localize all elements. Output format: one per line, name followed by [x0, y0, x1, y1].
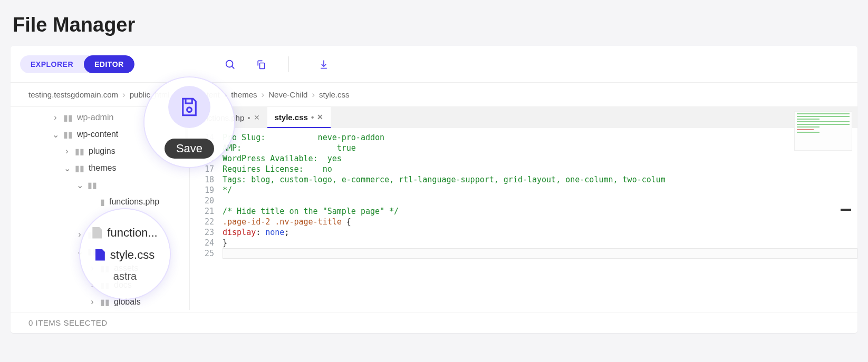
editor-tabs: functions.php • ✕ style.css • ✕ — [190, 107, 857, 128]
save-button[interactable] — [168, 86, 210, 128]
save-tooltip: Save — [165, 139, 214, 159]
callout-label: function... — [107, 226, 157, 240]
folder-icon: ▮▮ — [88, 180, 97, 190]
tree-themes[interactable]: ⌄ ▮▮ themes — [11, 160, 189, 177]
crumb-neve-child[interactable]: Neve-Child — [268, 90, 307, 99]
callout-functions-row[interactable]: function... — [92, 226, 157, 240]
tree-functions-php[interactable]: ▮ functions.php — [11, 193, 189, 210]
chevron-right-icon: › — [122, 90, 126, 99]
callout-astra: astra — [113, 270, 137, 282]
chevron-right-icon: › — [312, 90, 315, 99]
chevron-right-icon: › — [89, 297, 96, 307]
separator — [288, 56, 289, 72]
modified-indicator-icon: • — [311, 113, 314, 122]
editor-toggle[interactable]: EDITOR — [84, 55, 134, 73]
scroll-marker — [841, 209, 851, 211]
svg-rect-2 — [259, 63, 264, 69]
explorer-toggle[interactable]: EXPLORER — [20, 55, 84, 73]
folder-icon: ▮▮ — [75, 146, 84, 156]
close-icon[interactable]: ✕ — [317, 113, 323, 121]
chevron-right-icon: › — [52, 113, 59, 122]
folder-icon: ▮▮ — [63, 130, 73, 140]
chevron-down-icon: ⌄ — [76, 180, 83, 190]
callout-style-row[interactable]: style.css — [95, 248, 155, 262]
svg-point-0 — [226, 60, 233, 67]
close-icon[interactable]: ✕ — [254, 113, 260, 122]
chevron-down-icon: ⌄ — [63, 163, 71, 173]
save-icon — [178, 96, 200, 118]
tree-label: functions.php — [109, 197, 159, 207]
tree-label: plugins — [89, 146, 115, 156]
mode-toggle: EXPLORER EDITOR — [20, 55, 134, 73]
file-icon — [95, 249, 105, 261]
tree-label: wp-content — [77, 130, 118, 139]
copy-icon[interactable] — [256, 56, 266, 72]
code-content[interactable]: Pro Slug: neve-pro-addonAMP: trueWordPre… — [219, 128, 857, 310]
modified-indicator-icon: • — [247, 113, 250, 122]
search-icon[interactable] — [224, 56, 236, 72]
svg-line-1 — [232, 66, 234, 69]
crumb-themes[interactable]: themes — [231, 90, 257, 99]
file-manager-panel: EXPLORER EDITOR testing.testsgdomain.com… — [11, 46, 857, 333]
selection-count: 0 ITEMS SELECTED — [28, 318, 108, 327]
files-callout: function... style.css astra — [80, 209, 170, 299]
folder-icon: ▮▮ — [75, 163, 84, 173]
download-icon[interactable] — [319, 56, 329, 72]
chevron-down-icon: ⌄ — [52, 130, 59, 140]
tree-label: wp-admin — [77, 113, 113, 122]
tab-style-css[interactable]: style.css • ✕ — [267, 107, 331, 128]
status-bar: 0 ITEMS SELECTED — [11, 312, 857, 333]
crumb-root[interactable]: testing.testsgdomain.com — [28, 90, 118, 99]
chevron-right-icon: › — [262, 90, 265, 99]
crumb-file[interactable]: style.css — [319, 90, 350, 99]
folder-icon: ▮▮ — [63, 113, 73, 123]
tree-neve-child[interactable]: ⌄ ▮▮ — [11, 177, 189, 193]
toolbar: EXPLORER EDITOR — [11, 46, 857, 83]
tree-globals[interactable]: › ▮▮ globals — [11, 293, 189, 310]
callout-label: style.css — [110, 248, 155, 262]
tree-label — [101, 180, 103, 190]
chevron-right-icon: › — [63, 146, 71, 156]
code-editor: functions.php • ✕ style.css • ✕ 14151617… — [190, 107, 857, 310]
svg-point-3 — [187, 107, 192, 112]
folder-icon: ▮▮ — [100, 297, 110, 307]
file-icon — [92, 227, 102, 239]
chevron-right-icon: › — [76, 230, 83, 239]
tab-label: style.css — [275, 113, 308, 122]
breadcrumb: testing.testsgdomain.com › public_html ›… — [11, 83, 857, 107]
tree-label: themes — [89, 163, 116, 173]
page-title: File Manager — [0, 0, 868, 46]
save-callout: Save — [144, 77, 234, 167]
file-icon: ▮ — [100, 197, 105, 207]
editor-minimap[interactable] — [794, 111, 852, 151]
